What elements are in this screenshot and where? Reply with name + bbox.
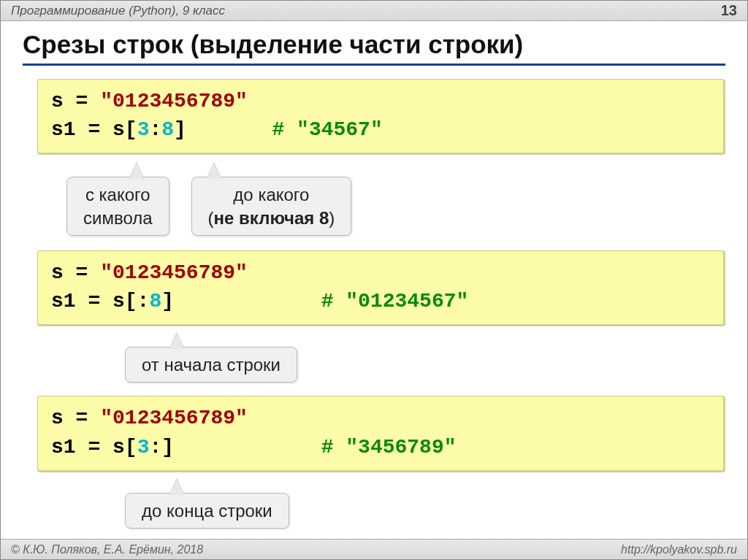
code-block-1: s = "0123456789" s1 = s[3:8] # "34567" <box>37 79 725 155</box>
code-text: s1 = s[: <box>51 290 149 312</box>
callout-line: до какого <box>208 183 335 206</box>
code-text: s1 = s[ <box>51 118 137 141</box>
callout-line: символа <box>83 207 153 229</box>
slide-title: Срезы строк (выделение части строки) <box>23 30 725 66</box>
slide-footer: © К.Ю. Поляков, Е.А. Ерёмин, 2018 http:/… <box>1 539 747 559</box>
number-literal: 8 <box>149 290 161 312</box>
code-text: s = <box>51 261 100 284</box>
callouts-row-3: до конца строки <box>125 493 725 529</box>
code-text: s = <box>51 407 100 429</box>
string-literal: "0123456789" <box>100 90 248 112</box>
comment: # "34567" <box>272 118 382 141</box>
slide-content: Срезы строк (выделение части строки) s =… <box>1 21 747 529</box>
string-literal: "0123456789" <box>100 261 248 284</box>
pointer-icon <box>169 333 184 349</box>
comment: # "01234567" <box>321 290 469 312</box>
callout-line: с какого <box>83 183 153 206</box>
code-text: ] <box>174 118 272 141</box>
code-block-2: s = "0123456789" s1 = s[:8] # "01234567" <box>37 250 725 326</box>
callout-from-symbol: с какого символа <box>66 177 169 235</box>
code-text: :] <box>149 436 321 459</box>
callout-line: от начала строки <box>142 355 280 375</box>
number-literal: 8 <box>161 118 174 141</box>
copyright: © К.Ю. Поляков, Е.А. Ерёмин, 2018 <box>11 543 203 556</box>
number-literal: 3 <box>137 436 150 459</box>
code-text: : <box>149 118 161 141</box>
course-label: Программирование (Python), 9 класс <box>11 4 225 18</box>
code-text: s1 = s[ <box>51 436 137 459</box>
comment: # "3456789" <box>321 436 457 459</box>
callout-line: (не включая 8) <box>208 207 335 229</box>
code-text: s = <box>51 90 100 112</box>
pointer-icon <box>129 163 144 179</box>
callout-to-symbol: до какого (не включая 8) <box>191 177 352 235</box>
callouts-row-1: с какого символа до какого (не включая 8… <box>66 177 725 235</box>
code-block-3: s = "0123456789" s1 = s[3:] # "3456789" <box>37 396 725 472</box>
callout-line: до конца строки <box>142 501 272 521</box>
footer-url: http://kpolyakov.spb.ru <box>621 543 737 556</box>
string-literal: "0123456789" <box>100 407 248 429</box>
callouts-row-2: от начала строки <box>125 347 725 383</box>
number-literal: 3 <box>137 118 150 141</box>
slide-header: Программирование (Python), 9 класс 13 <box>1 1 747 21</box>
page-number: 13 <box>721 2 737 19</box>
pointer-icon <box>207 163 221 179</box>
pointer-icon <box>169 479 184 495</box>
code-text: ] <box>161 290 321 312</box>
callout-from-start: от начала строки <box>125 347 297 383</box>
callout-to-end: до конца строки <box>125 493 289 529</box>
